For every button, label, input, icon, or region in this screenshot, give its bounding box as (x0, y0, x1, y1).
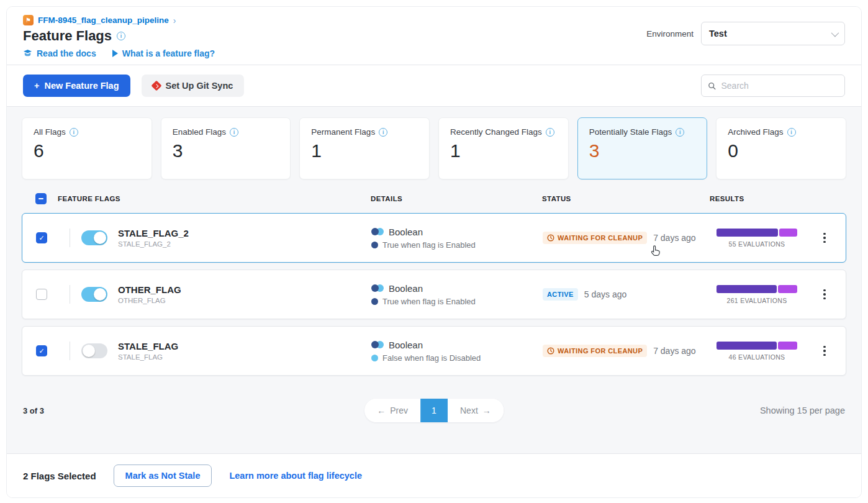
environment-select[interactable]: Test (701, 22, 845, 45)
stat-card[interactable]: Recently Changed Flags i 1 (438, 117, 569, 179)
stat-label: Recently Changed Flags (450, 127, 542, 137)
info-icon[interactable]: i (70, 128, 78, 137)
status-badge[interactable]: ACTIVE (543, 288, 578, 301)
git-sync-button[interactable]: Set Up Git Sync (142, 75, 245, 97)
stat-value: 1 (450, 140, 557, 161)
pagination-summary: 3 of 3 (23, 406, 44, 415)
info-icon[interactable]: i (787, 128, 796, 137)
feature-flags-module-icon: ⚑ (23, 15, 34, 25)
evaluations-count: 261 EVALUATIONS (727, 297, 787, 304)
status-updated: 7 days ago (653, 233, 696, 243)
stat-card[interactable]: All Flags i 6 (22, 117, 152, 179)
stat-label: Enabled Flags (173, 127, 226, 137)
read-docs-link[interactable]: Read the docs (23, 48, 96, 58)
showing-per-page: Showing 15 per page (760, 406, 845, 415)
boolean-type-icon (371, 284, 384, 292)
app-window: ⚑ FFM-8945_flag_cleanup_pipeline › Featu… (6, 6, 862, 498)
stat-card[interactable]: Archived Flags i 0 (716, 117, 846, 179)
stat-card[interactable]: Enabled Flags i 3 (161, 117, 291, 179)
stat-value: 1 (311, 140, 418, 161)
stat-cards-row: All Flags i 6 Enabled Flags i 3 Permanen… (22, 117, 846, 179)
boolean-type-icon (371, 228, 384, 235)
flag-identifier: OTHER_FLAG (118, 297, 371, 304)
page-header: ⚑ FFM-8945_flag_cleanup_pipeline › Featu… (7, 7, 861, 65)
mark-not-stale-button[interactable]: Mark as Not Stale (114, 464, 212, 487)
evaluations-count: 55 EVALUATIONS (729, 240, 785, 248)
toolbar: + New Feature Flag Set Up Git Sync (7, 65, 861, 107)
status-label: WAITING FOR CLEANUP (558, 347, 643, 355)
stat-label: All Flags (34, 127, 66, 137)
flag-row: ✓ STALE_FLAG_2 STALE_FLAG_2 Boolean True… (22, 213, 846, 263)
row-checkbox[interactable] (36, 289, 47, 300)
select-all-checkbox[interactable] (35, 193, 47, 204)
evaluations-bar (717, 285, 797, 293)
flag-identifier: STALE_FLAG (118, 353, 371, 361)
stat-label: Potentially Stale Flags (589, 127, 672, 137)
what-is-flag-link[interactable]: What is a feature flag? (112, 48, 215, 58)
stat-card[interactable]: Permanent Flags i 1 (299, 117, 430, 179)
pagination: 3 of 3 ← Prev 1 Next → Showing 15 per pa… (22, 383, 846, 426)
divider (70, 229, 70, 247)
flag-rows: ✓ STALE_FLAG_2 STALE_FLAG_2 Boolean True… (22, 213, 846, 376)
page-number-button[interactable]: 1 (420, 399, 448, 422)
status-updated: 5 days ago (584, 289, 627, 299)
new-feature-flag-button[interactable]: + New Feature Flag (23, 75, 130, 97)
row-checkbox[interactable]: ✓ (36, 232, 47, 243)
pagination-pill: ← Prev 1 Next → (364, 399, 504, 422)
flag-toggle[interactable] (81, 343, 107, 358)
flag-toggle[interactable] (81, 287, 107, 302)
info-icon[interactable]: i (676, 128, 684, 137)
variation-dot-icon (371, 298, 378, 305)
chevron-down-icon (831, 29, 839, 37)
divider (70, 285, 70, 304)
variation-dot-icon (371, 355, 378, 361)
prev-page-button[interactable]: ← Prev (364, 399, 420, 422)
column-header-flags: FEATURE FLAGS (58, 195, 371, 202)
stat-card[interactable]: Potentially Stale Flags i 3 (577, 117, 708, 179)
selection-footer: 2 Flags Selected Mark as Not Stale Learn… (7, 453, 861, 497)
cursor-pointer-icon (649, 244, 663, 259)
stat-label: Archived Flags (728, 127, 783, 137)
flag-name[interactable]: STALE_FLAG_2 (118, 228, 371, 238)
environment-value: Test (709, 29, 727, 39)
status-updated: 7 days ago (653, 346, 696, 356)
info-icon[interactable]: i (546, 128, 554, 137)
flag-toggle[interactable] (81, 230, 107, 245)
breadcrumb-project[interactable]: FFM-8945_flag_cleanup_pipeline (38, 16, 169, 25)
info-icon[interactable]: i (379, 128, 387, 137)
stat-value: 6 (34, 140, 140, 161)
flag-type: Boolean (389, 283, 423, 294)
info-icon[interactable]: i (230, 128, 238, 137)
flag-name[interactable]: OTHER_FLAG (118, 284, 371, 295)
search-input[interactable] (721, 81, 838, 91)
flag-identifier: STALE_FLAG_2 (118, 240, 371, 248)
table-header: FEATURE FLAGS DETAILS STATUS RESULTS (22, 193, 846, 213)
status-badge[interactable]: WAITING FOR CLEANUP (543, 232, 647, 244)
row-checkbox[interactable]: ✓ (36, 345, 47, 356)
learn-lifecycle-link[interactable]: Learn more about flag lifecycle (229, 471, 362, 481)
docs-icon (23, 49, 32, 58)
kebab-menu-icon[interactable] (820, 229, 830, 247)
stat-value: 0 (728, 140, 834, 161)
flag-name[interactable]: STALE_FLAG (118, 341, 371, 351)
search-box[interactable] (701, 75, 845, 97)
clock-icon (547, 234, 554, 242)
search-icon (708, 81, 716, 91)
environment-label: Environment (646, 29, 694, 39)
status-label: WAITING FOR CLEANUP (558, 234, 643, 242)
plus-icon: + (34, 81, 39, 91)
flag-variation: True when flag is Enabled (382, 297, 476, 306)
kebab-menu-icon[interactable] (820, 286, 830, 304)
column-header-results: RESULTS (710, 195, 803, 202)
next-page-button[interactable]: Next → (448, 399, 504, 422)
breadcrumb-caret-icon: › (173, 16, 176, 25)
kebab-menu-icon[interactable] (820, 342, 830, 360)
status-badge[interactable]: WAITING FOR CLEANUP (543, 345, 647, 357)
flag-variation: False when flag is Disabled (382, 353, 481, 363)
title-info-icon[interactable]: i (117, 32, 125, 40)
variation-dot-icon (371, 242, 378, 248)
evaluations-count: 46 EVALUATIONS (729, 353, 785, 361)
selected-count: 2 Flags Selected (23, 471, 96, 481)
content-area: All Flags i 6 Enabled Flags i 3 Permanen… (7, 107, 861, 453)
status-label: ACTIVE (547, 291, 574, 298)
